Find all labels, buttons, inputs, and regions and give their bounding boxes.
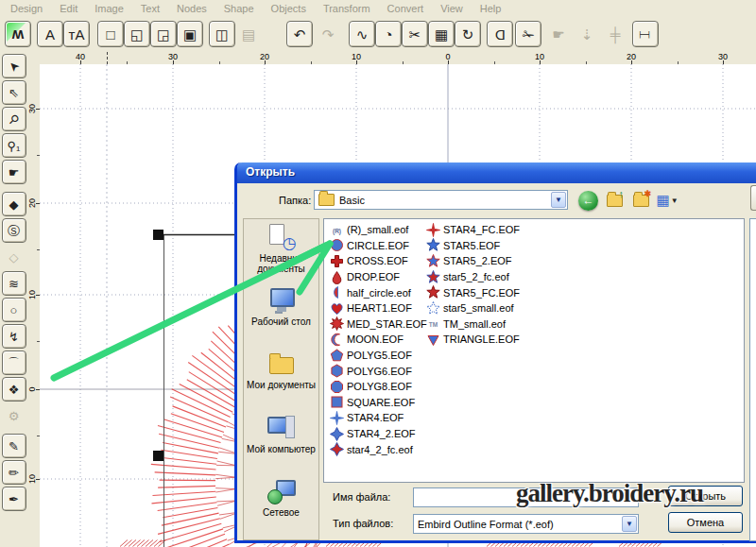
moon-icon: [330, 333, 344, 347]
file-item[interactable]: SQUARE.EOF: [330, 395, 427, 411]
file-item[interactable]: POLYG5.EOF: [330, 348, 427, 364]
zigzag-tool[interactable]: ↯: [2, 324, 26, 349]
compensation-button: ╪: [602, 21, 628, 47]
fill-plus-tool[interactable]: ❖: [2, 377, 26, 402]
outline-shape-tool[interactable]: ○: [2, 298, 26, 322]
file-item[interactable]: TMTM_small.eof: [426, 316, 520, 333]
menu-bar: DesignEditImageTextNodesShapeObjectsTran…: [0, 0, 756, 17]
file-item[interactable]: STAR5_FC.EOF: [426, 284, 520, 300]
file-item[interactable]: STAR5_2.EOF: [426, 253, 520, 269]
place-my-computer[interactable]: Мой компьютер: [244, 413, 318, 476]
mirror-d-button[interactable]: D: [487, 21, 513, 47]
open-button[interactable]: ◱: [124, 21, 150, 47]
file-item[interactable]: STAR4_FC.EOF: [426, 222, 520, 238]
place-desktop[interactable]: Рабочий стол: [244, 285, 318, 349]
file-item[interactable]: DROP.EOF: [330, 269, 427, 285]
foot-tool-icon: ☛: [552, 27, 564, 42]
menu-help[interactable]: Help: [472, 1, 510, 16]
menu-text[interactable]: Text: [132, 1, 168, 16]
menu-view[interactable]: View: [432, 1, 472, 16]
menu-convert[interactable]: Convert: [379, 1, 433, 16]
embird-mode-icon: ʍ: [12, 26, 24, 42]
gauge-button[interactable]: ◔: [375, 21, 402, 47]
small-text-button[interactable]: ᴛA: [63, 21, 90, 47]
file-item[interactable]: MOON.EOF: [330, 332, 427, 348]
pentagon-icon: [330, 349, 344, 363]
menu-image[interactable]: Image: [86, 1, 132, 16]
menu-shape[interactable]: Shape: [215, 1, 263, 16]
pan-tool[interactable]: ☛: [2, 160, 26, 184]
half-circle-icon: [330, 285, 344, 299]
file-item[interactable]: CIRCLE.EOF: [330, 238, 427, 254]
file-item[interactable]: TRIANGLE.EOF: [426, 332, 520, 348]
embird-mode-button[interactable]: ʍ: [5, 21, 31, 47]
sfumato-tool[interactable]: Ⓢ: [2, 218, 26, 243]
undo-button[interactable]: ↶: [286, 21, 313, 47]
selection-handle[interactable]: [153, 230, 163, 240]
zoom-one-tool[interactable]: ⚲₁: [2, 133, 26, 158]
new-button[interactable]: □: [97, 21, 124, 47]
tm-mark-icon: TM: [426, 316, 440, 331]
clipped-button[interactable]: [750, 185, 756, 211]
file-item[interactable]: star5_small.eof: [426, 300, 520, 316]
copy-button[interactable]: ◫: [209, 21, 235, 47]
file-item[interactable]: STAR5.EOF: [426, 238, 520, 254]
filetype-combobox[interactable]: Embird Outline Format (*.eof) ▼: [413, 514, 639, 534]
pattern-fill-button[interactable]: ▦: [428, 21, 455, 47]
file-item[interactable]: half_circle.eof: [330, 284, 427, 300]
edit-nodes-tool[interactable]: ⇖: [2, 80, 26, 105]
hide-stitches-button[interactable]: ✁: [515, 21, 541, 47]
pen-tool[interactable]: ✎: [2, 434, 26, 458]
rotate-button[interactable]: ↻: [455, 21, 481, 47]
lettering-a-button[interactable]: A: [37, 21, 63, 47]
file-item[interactable]: POLYG8.EOF: [330, 379, 427, 395]
folder-combobox[interactable]: Basic ▼: [314, 190, 568, 210]
menu-objects[interactable]: Objects: [263, 1, 315, 16]
file-item[interactable]: (R)(R)_small.eof: [330, 222, 427, 238]
back-button[interactable]: ←: [578, 191, 598, 211]
place-recent-documents[interactable]: Недавние документы: [244, 222, 318, 285]
hoop-button[interactable]: ⌶: [632, 21, 659, 47]
menu-transform[interactable]: Transform: [315, 1, 379, 16]
file-item[interactable]: POLYG6.EOF: [330, 363, 427, 379]
file-item[interactable]: MED_STAR.EOF: [330, 316, 427, 333]
file-item[interactable]: STAR4.EOF: [330, 410, 427, 426]
new-folder-button[interactable]: ✱: [630, 190, 651, 211]
file-list[interactable]: (R)(R)_small.eofCIRCLE.EOFCROSS.EOFDROP.…: [323, 218, 745, 483]
file-item[interactable]: star4_2_fc.eof: [330, 441, 427, 457]
sew-cut-button[interactable]: ✂: [402, 21, 428, 47]
sfumato-tool-icon: Ⓢ: [8, 225, 20, 237]
select-tool[interactable]: ➤: [2, 54, 26, 78]
place-network[interactable]: Сетевое: [244, 476, 318, 539]
zoom-tool[interactable]: ⚲: [2, 107, 26, 131]
file-item[interactable]: star5_2_fc.eof: [426, 269, 520, 285]
pattern-fill-icon: ▦: [435, 27, 448, 42]
registered-mark-icon: (R): [330, 223, 344, 237]
views-button[interactable]: ▦ ▼: [657, 190, 678, 211]
curve-node-button[interactable]: ∿: [349, 21, 375, 47]
pencil-tool[interactable]: ✏: [2, 460, 26, 485]
dialog-titlebar[interactable]: Открыть: [237, 162, 756, 183]
menu-design[interactable]: Design: [2, 1, 51, 16]
star5-icon: [426, 254, 440, 268]
file-item[interactable]: HEART1.EOF: [330, 300, 427, 316]
arc-tool[interactable]: ⌒: [2, 350, 26, 375]
open-icon: ◱: [130, 27, 144, 42]
menu-nodes[interactable]: Nodes: [168, 1, 215, 16]
import-button[interactable]: ◲: [150, 21, 177, 47]
up-level-button[interactable]: ↑: [604, 190, 625, 211]
foot-tool-button: ☛: [545, 21, 572, 47]
file-item[interactable]: STAR4_2.EOF: [330, 426, 427, 442]
fill-shape-tool[interactable]: ◆: [2, 192, 26, 216]
menu-edit[interactable]: Edit: [51, 1, 86, 16]
cancel-button[interactable]: Отмена: [668, 512, 743, 533]
chevron-down-icon[interactable]: ▼: [622, 516, 637, 532]
selection-handle[interactable]: [153, 451, 163, 461]
file-item[interactable]: CROSS.EOF: [330, 253, 427, 269]
place-my-documents[interactable]: Мои документы: [244, 349, 318, 412]
chevron-down-icon[interactable]: ▼: [551, 192, 566, 208]
file-name: star5_small.eof: [443, 302, 514, 314]
hatch-pen-tool[interactable]: ✒: [2, 487, 26, 511]
columns-tool[interactable]: ≋: [2, 271, 26, 296]
save-button[interactable]: ▣: [177, 21, 203, 47]
